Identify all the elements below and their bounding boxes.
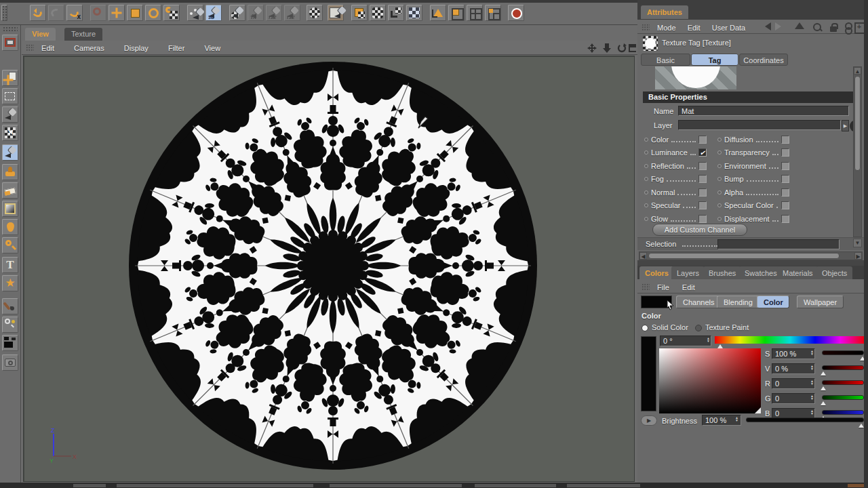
history-back-icon[interactable] bbox=[765, 22, 771, 30]
magnify-uv-icon[interactable] bbox=[430, 5, 446, 21]
mask-corner-icon[interactable] bbox=[388, 5, 404, 21]
lock-icon[interactable] bbox=[829, 22, 838, 32]
uv-grid-icon[interactable] bbox=[467, 5, 483, 21]
uv-quad-icon[interactable] bbox=[448, 5, 465, 21]
channel-transparency[interactable]: Transparency bbox=[717, 146, 789, 159]
hue-marker[interactable] bbox=[717, 342, 723, 348]
toolbar-grip[interactable] bbox=[1, 5, 7, 21]
r-marker[interactable] bbox=[821, 384, 826, 390]
fg-bg-colors-icon[interactable] bbox=[2, 335, 18, 351]
eyedropper-icon[interactable] bbox=[2, 298, 18, 314]
channel-reflection-checkbox[interactable] bbox=[698, 162, 707, 170]
tab-blending[interactable]: Blending bbox=[717, 296, 760, 308]
add-custom-channel-button[interactable]: Add Custom Channel bbox=[652, 224, 747, 236]
selection-field[interactable] bbox=[717, 239, 840, 249]
g-stepper[interactable]: ▲▼ bbox=[809, 394, 815, 400]
hue-slider[interactable] bbox=[715, 336, 865, 344]
channel-alpha[interactable]: Alpha bbox=[717, 186, 789, 199]
fill-bucket-icon[interactable] bbox=[2, 219, 18, 235]
clone-stamp-icon[interactable] bbox=[2, 164, 18, 180]
eraser-icon[interactable] bbox=[2, 182, 18, 199]
search-icon[interactable] bbox=[812, 22, 822, 32]
menu-filter[interactable]: Filter bbox=[168, 44, 184, 52]
redo-icon[interactable] bbox=[48, 5, 64, 21]
s-stepper[interactable]: ▲▼ bbox=[809, 350, 815, 355]
menu-cameras[interactable]: Cameras bbox=[74, 44, 104, 52]
channel-fog-checkbox[interactable] bbox=[698, 175, 707, 183]
transform-uv-icon[interactable]: ✕ bbox=[2, 125, 18, 141]
channel-diffusion[interactable]: Diffusion bbox=[717, 133, 789, 146]
b-slider[interactable] bbox=[822, 410, 864, 415]
menu-grip[interactable] bbox=[26, 44, 34, 51]
channel-luminance[interactable]: Luminance✔ bbox=[644, 146, 707, 159]
s-slider[interactable] bbox=[822, 350, 864, 355]
channel-reflection[interactable]: Reflection bbox=[644, 159, 707, 172]
tab-colors[interactable]: Colors bbox=[639, 266, 674, 279]
new-panel-icon[interactable] bbox=[854, 22, 864, 32]
tab-swatches[interactable]: Swatches bbox=[739, 266, 783, 279]
mask-pattern-icon[interactable] bbox=[370, 5, 386, 21]
attributes-vscroll-down[interactable]: ▼ bbox=[853, 239, 862, 247]
brightness-marker[interactable] bbox=[859, 421, 864, 428]
blur-brush-icon[interactable]: f12 bbox=[266, 5, 282, 21]
sv-picker[interactable] bbox=[659, 348, 761, 413]
v-marker[interactable] bbox=[821, 369, 826, 375]
object-row[interactable]: Texture Tag [Texture] bbox=[637, 35, 868, 52]
shape-star-icon[interactable]: ★ bbox=[2, 275, 18, 291]
channel-color-checkbox[interactable] bbox=[698, 136, 707, 144]
text-tool-icon[interactable]: T bbox=[2, 257, 18, 273]
v-slider[interactable] bbox=[822, 365, 864, 370]
gradient-icon[interactable] bbox=[2, 201, 18, 217]
pen-icon[interactable] bbox=[2, 106, 18, 123]
channel-alpha-checkbox[interactable] bbox=[781, 188, 789, 197]
move-layer-icon[interactable] bbox=[2, 70, 18, 86]
attributes-menu-mode[interactable]: Mode bbox=[657, 24, 676, 32]
color-texture-brush-icon[interactable] bbox=[229, 5, 245, 21]
brightness-stepper[interactable]: ▲▼ bbox=[734, 416, 740, 422]
channel-displacement-checkbox[interactable] bbox=[781, 215, 789, 223]
rect-select-icon[interactable] bbox=[2, 88, 18, 104]
mask-checker-icon[interactable] bbox=[406, 5, 422, 21]
undo-history-icon[interactable]: x bbox=[66, 5, 83, 21]
r-stepper[interactable]: ▲▼ bbox=[809, 380, 815, 385]
navigation-icon[interactable] bbox=[90, 5, 106, 21]
channel-environment[interactable]: Environment bbox=[717, 159, 789, 172]
camera-capture-icon[interactable] bbox=[2, 354, 18, 371]
undo-icon[interactable] bbox=[30, 5, 46, 21]
channel-transparency-checkbox[interactable] bbox=[781, 148, 789, 157]
g-slider[interactable] bbox=[822, 395, 864, 400]
solid-color-radio[interactable]: Solid Color bbox=[642, 323, 688, 331]
menu-edit[interactable]: Edit bbox=[41, 44, 54, 52]
tab-objects[interactable]: Objects bbox=[816, 266, 852, 279]
hue-field[interactable]: 0 ° bbox=[660, 336, 711, 346]
paint-3d-icon[interactable]: 3D bbox=[205, 5, 222, 21]
colors-menu-file[interactable]: File bbox=[657, 283, 669, 291]
tab-tag[interactable]: Tag bbox=[691, 54, 738, 66]
channel-specular[interactable]: Specular bbox=[644, 199, 707, 212]
uv-grid-add-icon[interactable] bbox=[485, 5, 501, 21]
link-icon[interactable] bbox=[843, 22, 852, 32]
section-basic-properties[interactable]: Basic Properties bbox=[643, 92, 854, 103]
attributes-vscrollbar[interactable]: ▲ bbox=[853, 66, 862, 237]
channel-specular-color[interactable]: Specular Color bbox=[717, 199, 789, 212]
tab-materials[interactable]: Materials bbox=[777, 266, 818, 279]
v-stepper[interactable]: ▲▼ bbox=[809, 365, 815, 370]
mask-flower-icon[interactable] bbox=[307, 5, 323, 21]
tab-channels[interactable]: Channels bbox=[676, 296, 721, 308]
projection-paint-toggle-icon[interactable] bbox=[2, 35, 18, 51]
tab-texture[interactable]: Texture bbox=[64, 28, 102, 41]
channel-color[interactable]: Color bbox=[644, 133, 707, 146]
r-slider[interactable] bbox=[822, 380, 864, 385]
attributes-menu-userdata[interactable]: User Data bbox=[712, 24, 746, 32]
lock-axis-icon[interactable] bbox=[163, 5, 180, 21]
brightness-expander[interactable]: ▶ bbox=[641, 415, 657, 426]
paint-setup-wizard-icon[interactable] bbox=[187, 5, 203, 21]
tab-brushes[interactable]: Brushes bbox=[703, 266, 741, 279]
channel-fog[interactable]: Fog bbox=[644, 173, 707, 186]
history-forward-icon[interactable] bbox=[775, 22, 781, 30]
layer-field[interactable] bbox=[678, 120, 841, 130]
attributes-hscrollbar[interactable]: ◀ ▶ bbox=[639, 251, 863, 260]
scale-icon[interactable] bbox=[127, 5, 143, 21]
channel-specular-checkbox[interactable] bbox=[698, 201, 707, 209]
channel-normal[interactable]: Normal bbox=[644, 186, 707, 199]
